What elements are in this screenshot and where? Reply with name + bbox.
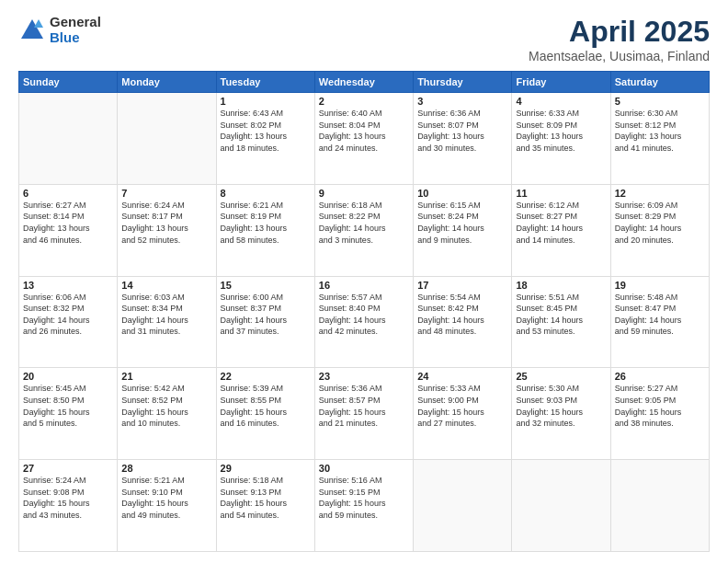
logo: General Blue (18, 15, 101, 45)
day-number: 19 (615, 280, 705, 291)
calendar-cell: 20Sunrise: 5:45 AM Sunset: 8:50 PM Dayli… (19, 368, 118, 460)
day-info: Sunrise: 6:09 AM Sunset: 8:29 PM Dayligh… (615, 200, 705, 246)
day-info: Sunrise: 5:39 AM Sunset: 8:55 PM Dayligh… (221, 383, 311, 429)
day-info: Sunrise: 5:51 AM Sunset: 8:45 PM Dayligh… (516, 292, 606, 338)
calendar-cell: 19Sunrise: 5:48 AM Sunset: 8:47 PM Dayli… (610, 276, 709, 368)
day-info: Sunrise: 6:40 AM Sunset: 8:04 PM Dayligh… (319, 108, 409, 154)
calendar-cell: 22Sunrise: 5:39 AM Sunset: 8:55 PM Dayli… (216, 368, 314, 460)
calendar-cell: 11Sunrise: 6:12 AM Sunset: 8:27 PM Dayli… (512, 184, 610, 276)
logo-text: General Blue (50, 15, 101, 45)
calendar-cell: 2Sunrise: 6:40 AM Sunset: 8:04 PM Daylig… (314, 93, 413, 185)
day-number: 28 (121, 463, 211, 474)
day-info: Sunrise: 5:45 AM Sunset: 8:50 PM Dayligh… (23, 383, 113, 429)
calendar-cell: 10Sunrise: 6:15 AM Sunset: 8:24 PM Dayli… (414, 184, 512, 276)
day-info: Sunrise: 6:03 AM Sunset: 8:34 PM Dayligh… (121, 292, 211, 338)
day-number: 15 (221, 280, 311, 291)
day-number: 16 (319, 280, 409, 291)
header: General Blue April 2025 Maentsaelae, Uus… (18, 15, 710, 63)
logo-blue: Blue (50, 30, 101, 46)
day-number: 26 (615, 371, 705, 382)
calendar-cell (19, 93, 118, 185)
calendar-week-row: 6Sunrise: 6:27 AM Sunset: 8:14 PM Daylig… (19, 184, 710, 276)
day-number: 10 (417, 188, 507, 199)
day-number: 11 (516, 188, 606, 199)
calendar-cell: 28Sunrise: 5:21 AM Sunset: 9:10 PM Dayli… (118, 460, 216, 552)
day-info: Sunrise: 6:06 AM Sunset: 8:32 PM Dayligh… (23, 292, 113, 338)
day-number: 22 (221, 371, 311, 382)
day-number: 27 (23, 463, 113, 474)
day-number: 8 (221, 188, 311, 199)
calendar-cell: 21Sunrise: 5:42 AM Sunset: 8:52 PM Dayli… (118, 368, 216, 460)
calendar-cell: 25Sunrise: 5:30 AM Sunset: 9:03 PM Dayli… (512, 368, 610, 460)
day-number: 7 (121, 188, 211, 199)
day-number: 4 (516, 96, 606, 107)
day-number: 3 (417, 96, 507, 107)
calendar-table: SundayMondayTuesdayWednesdayThursdayFrid… (18, 71, 710, 552)
day-info: Sunrise: 6:18 AM Sunset: 8:22 PM Dayligh… (319, 200, 409, 246)
calendar-cell: 26Sunrise: 5:27 AM Sunset: 9:05 PM Dayli… (610, 368, 709, 460)
day-number: 12 (615, 188, 705, 199)
day-header-monday: Monday (118, 72, 216, 93)
day-info: Sunrise: 5:21 AM Sunset: 9:10 PM Dayligh… (121, 475, 211, 521)
day-info: Sunrise: 5:33 AM Sunset: 9:00 PM Dayligh… (417, 383, 507, 429)
day-number: 21 (121, 371, 211, 382)
calendar-cell: 1Sunrise: 6:43 AM Sunset: 8:02 PM Daylig… (216, 93, 314, 185)
calendar-cell (118, 93, 216, 185)
day-info: Sunrise: 6:30 AM Sunset: 8:12 PM Dayligh… (615, 108, 705, 154)
calendar-cell: 5Sunrise: 6:30 AM Sunset: 8:12 PM Daylig… (610, 93, 709, 185)
day-number: 2 (319, 96, 409, 107)
calendar-week-row: 20Sunrise: 5:45 AM Sunset: 8:50 PM Dayli… (19, 368, 710, 460)
day-number: 18 (516, 280, 606, 291)
calendar-week-row: 13Sunrise: 6:06 AM Sunset: 8:32 PM Dayli… (19, 276, 710, 368)
calendar-cell: 12Sunrise: 6:09 AM Sunset: 8:29 PM Dayli… (610, 184, 709, 276)
calendar-cell: 29Sunrise: 5:18 AM Sunset: 9:13 PM Dayli… (216, 460, 314, 552)
calendar-cell: 27Sunrise: 5:24 AM Sunset: 9:08 PM Dayli… (19, 460, 118, 552)
day-info: Sunrise: 6:33 AM Sunset: 8:09 PM Dayligh… (516, 108, 606, 154)
calendar-cell: 6Sunrise: 6:27 AM Sunset: 8:14 PM Daylig… (19, 184, 118, 276)
day-info: Sunrise: 6:00 AM Sunset: 8:37 PM Dayligh… (221, 292, 311, 338)
day-info: Sunrise: 6:12 AM Sunset: 8:27 PM Dayligh… (516, 200, 606, 246)
day-info: Sunrise: 6:15 AM Sunset: 8:24 PM Dayligh… (417, 200, 507, 246)
day-number: 24 (417, 371, 507, 382)
day-number: 14 (121, 280, 211, 291)
calendar-cell: 16Sunrise: 5:57 AM Sunset: 8:40 PM Dayli… (314, 276, 413, 368)
day-number: 13 (23, 280, 113, 291)
day-info: Sunrise: 5:30 AM Sunset: 9:03 PM Dayligh… (516, 383, 606, 429)
calendar-cell: 18Sunrise: 5:51 AM Sunset: 8:45 PM Dayli… (512, 276, 610, 368)
day-info: Sunrise: 5:48 AM Sunset: 8:47 PM Dayligh… (615, 292, 705, 338)
calendar-cell: 23Sunrise: 5:36 AM Sunset: 8:57 PM Dayli… (314, 368, 413, 460)
page: General Blue April 2025 Maentsaelae, Uus… (0, 0, 728, 563)
day-number: 5 (615, 96, 705, 107)
day-number: 17 (417, 280, 507, 291)
calendar-cell: 13Sunrise: 6:06 AM Sunset: 8:32 PM Dayli… (19, 276, 118, 368)
day-info: Sunrise: 6:27 AM Sunset: 8:14 PM Dayligh… (23, 200, 113, 246)
calendar-cell: 15Sunrise: 6:00 AM Sunset: 8:37 PM Dayli… (216, 276, 314, 368)
day-info: Sunrise: 6:43 AM Sunset: 8:02 PM Dayligh… (221, 108, 311, 154)
day-info: Sunrise: 5:24 AM Sunset: 9:08 PM Dayligh… (23, 475, 113, 521)
day-info: Sunrise: 5:27 AM Sunset: 9:05 PM Dayligh… (615, 383, 705, 429)
day-info: Sunrise: 6:21 AM Sunset: 8:19 PM Dayligh… (221, 200, 311, 246)
day-info: Sunrise: 5:18 AM Sunset: 9:13 PM Dayligh… (221, 475, 311, 521)
calendar-cell (414, 460, 512, 552)
logo-icon (18, 17, 46, 44)
day-info: Sunrise: 5:57 AM Sunset: 8:40 PM Dayligh… (319, 292, 409, 338)
calendar-week-row: 27Sunrise: 5:24 AM Sunset: 9:08 PM Dayli… (19, 460, 710, 552)
logo-general: General (50, 15, 101, 30)
calendar-cell: 30Sunrise: 5:16 AM Sunset: 9:15 PM Dayli… (314, 460, 413, 552)
calendar-cell: 24Sunrise: 5:33 AM Sunset: 9:00 PM Dayli… (414, 368, 512, 460)
title-location: Maentsaelae, Uusimaa, Finland (529, 49, 710, 63)
day-header-tuesday: Tuesday (216, 72, 314, 93)
day-number: 9 (319, 188, 409, 199)
title-month: April 2025 (529, 15, 710, 49)
calendar-cell: 14Sunrise: 6:03 AM Sunset: 8:34 PM Dayli… (118, 276, 216, 368)
calendar-cell: 4Sunrise: 6:33 AM Sunset: 8:09 PM Daylig… (512, 93, 610, 185)
calendar-cell (512, 460, 610, 552)
calendar-cell: 8Sunrise: 6:21 AM Sunset: 8:19 PM Daylig… (216, 184, 314, 276)
day-header-saturday: Saturday (610, 72, 709, 93)
day-info: Sunrise: 5:36 AM Sunset: 8:57 PM Dayligh… (319, 383, 409, 429)
calendar-cell: 3Sunrise: 6:36 AM Sunset: 8:07 PM Daylig… (414, 93, 512, 185)
day-info: Sunrise: 6:24 AM Sunset: 8:17 PM Dayligh… (121, 200, 211, 246)
day-info: Sunrise: 5:16 AM Sunset: 9:15 PM Dayligh… (319, 475, 409, 521)
day-number: 29 (221, 463, 311, 474)
day-header-friday: Friday (512, 72, 610, 93)
